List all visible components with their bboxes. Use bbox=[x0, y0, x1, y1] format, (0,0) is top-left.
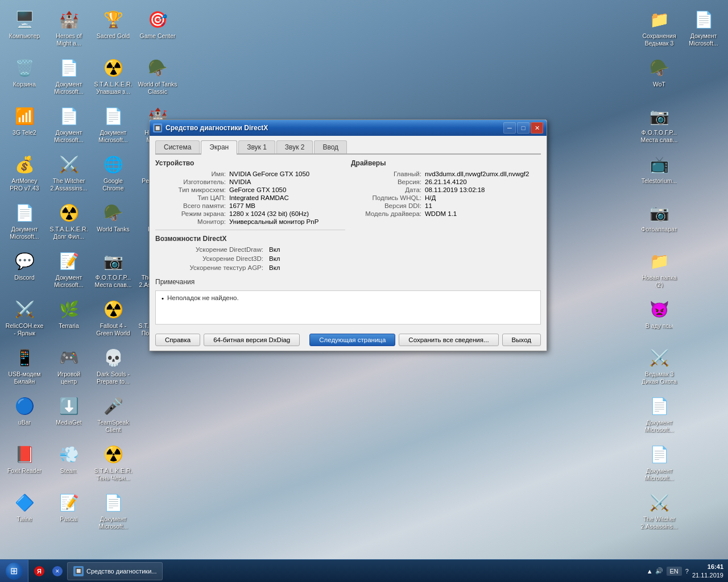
icon-usb[interactable]: 📱 USB-модем Билайн bbox=[2, 343, 47, 391]
icon-doc4[interactable]: 📄 Документ Microsoft... bbox=[91, 101, 135, 149]
icon-3g[interactable]: 📶 3G Tele2 bbox=[2, 101, 47, 149]
icon-sacred-gold[interactable]: 🏆 Sacred Gold bbox=[91, 5, 135, 53]
icon-twine[interactable]: 🔷 Twine bbox=[2, 488, 47, 536]
icon-wot-classic[interactable]: 🪖 World of Tanks Classic bbox=[135, 53, 180, 101]
maximize-button[interactable]: □ bbox=[517, 122, 530, 134]
driver-date-value: 08.11.2019 13:02:18 bbox=[425, 186, 541, 193]
help-button[interactable]: Справка bbox=[155, 334, 200, 346]
dxdiag64-button[interactable]: 64-битная версия DxDiag bbox=[204, 334, 300, 346]
notes-text: Неполадок не найдено. bbox=[167, 294, 239, 301]
icon-vedmak3-r[interactable]: ⚔️ Ведьмак 3 Дикая Охота bbox=[637, 343, 681, 391]
taskbar-clock[interactable]: 16:41 21.11.2019 bbox=[692, 563, 723, 579]
stalker-b2-icon: ☢️ bbox=[102, 56, 125, 79]
device-name-label: Имя: bbox=[155, 171, 229, 177]
icon-darksouls[interactable]: 💀 Dark Souls - Prepare to... bbox=[91, 343, 135, 391]
save-all-button[interactable]: Сохранить все сведения... bbox=[399, 334, 498, 346]
driver-version-label: Версия: bbox=[351, 178, 425, 185]
icon-doc5[interactable]: 📄 Документ Microsoft... bbox=[91, 488, 135, 536]
desktop-icons-left: 🖥️ Компьютер 🗑️ Корзина 📶 3G Tele2 💰 Art… bbox=[0, 0, 159, 559]
device-monitor-value: Универсальный монитор PnP bbox=[229, 218, 345, 225]
icon-doc-r[interactable]: 📄 Документ Microsoft... bbox=[637, 391, 681, 439]
icon-mediaget[interactable]: ⬇️ MediaGet bbox=[47, 391, 91, 439]
icon-steam[interactable]: 💨 Steam bbox=[47, 439, 91, 488]
desktop-icons-right: 📁 Сохранения Ведьмак 3 🪖 WoT 📷 Ф.О.Т.О.Г… bbox=[637, 0, 728, 559]
device-mode-label: Режим экрана: bbox=[155, 210, 229, 217]
icon-ubar[interactable]: 🔵 uBar bbox=[2, 391, 47, 439]
icon-v-adu-psy[interactable]: 👿 В аду псы bbox=[637, 294, 681, 343]
tab-zvuk2[interactable]: Звук 2 bbox=[276, 140, 313, 153]
taskbar-directx-icon: 🔲 bbox=[73, 566, 84, 576]
exit-button[interactable]: Выход bbox=[502, 334, 541, 346]
icon-foto[interactable]: 📷 Ф.О.Т.О.Г.Р... Места слав... bbox=[91, 246, 135, 294]
foxit-icon: 📕 bbox=[13, 443, 36, 465]
device-dac-row: Тип ЦАП: Integrated RAMDAC bbox=[155, 194, 345, 201]
yandex-icon: Я bbox=[34, 566, 44, 576]
icon-fotoapparat[interactable]: 📷 Фотоаппарат bbox=[637, 198, 681, 246]
taskbar-antivirus[interactable]: ✕ bbox=[49, 562, 66, 580]
mediaget-icon: ⬇️ bbox=[57, 394, 80, 417]
desktop: 🖥️ Компьютер 🗑️ Корзина 📶 3G Tele2 💰 Art… bbox=[0, 0, 728, 582]
icon-artmoney[interactable]: 💰 ArtMoney PRO v7.43 bbox=[2, 149, 47, 198]
icon-foto-mesta[interactable]: 📷 Ф.О.Т.О.Г.Р... Места слав... bbox=[637, 101, 681, 149]
pascal-icon: 📝 bbox=[57, 491, 80, 514]
tab-vvod[interactable]: Ввод bbox=[314, 140, 347, 153]
notes-title-label: Примечания bbox=[155, 278, 541, 286]
icon-novaya-papka[interactable]: 📁 Новая папка (2) bbox=[637, 246, 681, 294]
icon-wot-r[interactable]: 🪖 WoT bbox=[637, 53, 681, 101]
kompyuter-icon: 🖥️ bbox=[13, 8, 36, 31]
icon-doc-r3[interactable]: 📄 Документ Microsoft... bbox=[681, 5, 726, 53]
icon-witcher-r[interactable]: ⚔️ The Witcher 2.Assassins... bbox=[637, 488, 681, 536]
cap-directdraw-label: Ускорение DirectDraw: bbox=[155, 246, 269, 253]
icon-stalker-b3[interactable]: ☢️ S.T.A.L.K.E.R. Тень Черн... bbox=[91, 439, 135, 488]
icon-terraria[interactable]: 🌿 Terraria bbox=[47, 294, 91, 343]
tab-ekran[interactable]: Экран bbox=[201, 140, 237, 155]
icon-korzina[interactable]: 🗑️ Корзина bbox=[2, 53, 47, 101]
korzina-icon: 🗑️ bbox=[13, 56, 36, 79]
minimize-button[interactable]: ─ bbox=[503, 122, 516, 134]
icon-relicconh[interactable]: ⚔️ RelicCOH.exe - Ярлык bbox=[2, 294, 47, 343]
icon-pascal[interactable]: 📝 Pascal bbox=[47, 488, 91, 536]
vedmak3-r-icon: ⚔️ bbox=[648, 346, 671, 369]
taskbar-language[interactable]: EN bbox=[667, 567, 682, 576]
icon-google-chrome[interactable]: 🌐 Google Chrome bbox=[91, 149, 135, 198]
icon-foxit[interactable]: 📕 Foxit Reader bbox=[2, 439, 47, 488]
icon-telestorium[interactable]: 📺 Telestorium... bbox=[637, 149, 681, 198]
icon-sohranenie[interactable]: 📁 Сохранения Ведьмак 3 bbox=[637, 5, 681, 53]
start-button[interactable]: ⊞ bbox=[0, 560, 28, 583]
icon-doc1[interactable]: 📄 Документ Microsoft... bbox=[2, 198, 47, 246]
tab-zvuk1[interactable]: Звук 1 bbox=[238, 140, 275, 153]
device-mem-row: Всего памяти: 1677 MB bbox=[155, 202, 345, 209]
icon-fallout4[interactable]: ☢️ Fallout 4 - Green World bbox=[91, 294, 135, 343]
icon-doc3[interactable]: 📄 Документ Microsoft... bbox=[47, 101, 91, 149]
relicconh-icon: ⚔️ bbox=[13, 298, 36, 321]
taskbar-right: ▲ 🔊 EN ? 16:41 21.11.2019 bbox=[642, 563, 728, 579]
icon-kompyuter[interactable]: 🖥️ Компьютер bbox=[2, 5, 47, 53]
next-page-button[interactable]: Следующая страница bbox=[309, 334, 395, 346]
doc-word-icon: 📝 bbox=[57, 250, 80, 272]
icon-discord[interactable]: 💬 Discord bbox=[2, 246, 47, 294]
taskbar-middle: Я ✕ 🔲 Средство диагностики... bbox=[28, 562, 642, 580]
icon-doc-word[interactable]: 📝 Документ Microsoft... bbox=[47, 246, 91, 294]
icon-wot-small[interactable]: 🪖 World Tanks bbox=[91, 198, 135, 246]
tab-sistema[interactable]: Система bbox=[155, 140, 200, 153]
tray-speaker[interactable]: 🔊 bbox=[655, 567, 663, 575]
device-table: Имя: NVIDIA GeForce GTX 1050 Изготовител… bbox=[155, 171, 345, 225]
icon-game-center-2[interactable]: 🎮 Игровой центр bbox=[47, 343, 91, 391]
device-mfr-value: NVIDIA bbox=[229, 178, 345, 185]
icon-teamspeak[interactable]: 🎤 TeamSpeak Client bbox=[91, 391, 135, 439]
foto-icon: 📷 bbox=[102, 250, 125, 272]
icon-heroes[interactable]: 🏰 Heroes of Might a... bbox=[47, 5, 91, 53]
icon-stalker-b2[interactable]: ☢️ S.T.A.L.K.E.R. Упавшая з... bbox=[91, 53, 135, 101]
taskbar-help-icon[interactable]: ? bbox=[685, 568, 689, 575]
close-button[interactable]: ✕ bbox=[531, 122, 543, 134]
icon-stalker-b1[interactable]: ☢️ S.T.A.L.K.E.R. Долг Фил... bbox=[47, 198, 91, 246]
icon-doc-r2[interactable]: 📄 Документ Microsoft... bbox=[637, 439, 681, 488]
icon-game-center[interactable]: 🎯 Game Center bbox=[135, 5, 180, 53]
tray-arrow[interactable]: ▲ bbox=[647, 568, 653, 575]
taskbar-directx-item[interactable]: 🔲 Средство диагностики... bbox=[67, 562, 163, 580]
taskbar-yandex-browser[interactable]: Я bbox=[31, 562, 48, 580]
icon-witcher2[interactable]: ⚔️ The Witcher 2.Assassins... bbox=[47, 149, 91, 198]
icon-doc2[interactable]: 📄 Документ Microsoft... bbox=[47, 53, 91, 101]
game-center-icon: 🎯 bbox=[146, 8, 169, 31]
sacred-gold-icon: 🏆 bbox=[102, 8, 125, 31]
